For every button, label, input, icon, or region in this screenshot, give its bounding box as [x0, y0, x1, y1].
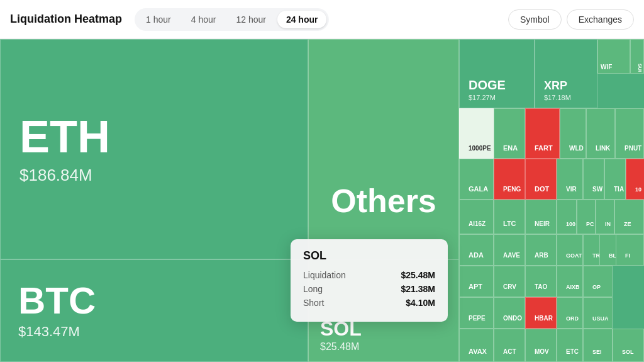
goat-cell[interactable]: GOAT — [557, 234, 583, 266]
usua-symbol: USUA — [592, 316, 603, 322]
xrp-symbol: XRP — [544, 80, 588, 91]
right-filter-group: Symbol Exchanges — [508, 9, 634, 30]
vir-symbol: VIR — [566, 186, 574, 193]
arb-cell[interactable]: ARB — [525, 234, 557, 266]
apt-symbol: APT — [469, 283, 484, 290]
crv-symbol: CRV — [503, 284, 516, 290]
act-cell[interactable]: ACT — [494, 329, 525, 362]
usua-cell[interactable]: USUA — [583, 297, 613, 329]
btc-cell[interactable]: BTC $143.47M — [0, 259, 308, 362]
neir-symbol: NEIR — [535, 221, 547, 227]
link-cell[interactable]: LINK — [586, 108, 615, 159]
btc-value: $143.47M — [18, 324, 290, 340]
in-cell[interactable]: IN — [596, 200, 614, 234]
tooltip-val-short: $4.10M — [406, 298, 435, 308]
wif-symbol: WIF — [601, 64, 627, 71]
mov-cell[interactable]: MOV — [525, 329, 557, 362]
fi-cell[interactable]: FI — [616, 234, 644, 266]
etc-symbol: ETC — [566, 349, 574, 355]
apt-cell[interactable]: APT — [459, 266, 494, 297]
aave-cell[interactable]: AAVE — [494, 234, 525, 266]
gala-cell[interactable]: GALA — [459, 159, 494, 200]
aixb-cell[interactable]: AIXB — [557, 266, 583, 297]
time-filter-group: 1 hour 4 hour 12 hour 24 hour — [135, 8, 329, 31]
ada-symbol: ADA — [469, 252, 484, 259]
exchanges-filter-button[interactable]: Exchanges — [567, 9, 634, 30]
sei-symbol: SEI — [592, 349, 603, 355]
ada-cell[interactable]: ADA — [459, 234, 494, 266]
10r-cell[interactable]: 10 — [626, 159, 644, 200]
tooltip-key-liquidation: Liquidation — [303, 270, 346, 280]
tooltip-key-long: Long — [303, 284, 323, 294]
time-btn-12hour[interactable]: 12 hour — [227, 11, 274, 28]
wif-cell[interactable]: WIF — [597, 39, 630, 74]
ondo-symbol: ONDO — [503, 315, 516, 322]
pepe-symbol: PEPE — [469, 315, 484, 322]
symbol-filter-button[interactable]: Symbol — [508, 9, 562, 30]
ze-symbol: ZE — [624, 222, 635, 227]
tooltip-row-liquidation: Liquidation $25.48M — [303, 270, 435, 280]
wld-cell[interactable]: WLD — [560, 108, 586, 159]
others-symbol: Others — [331, 184, 436, 217]
hbar-cell[interactable]: HBAR — [525, 297, 557, 329]
ze-cell[interactable]: ZE — [614, 200, 644, 234]
goat-symbol: GOAT — [566, 253, 574, 259]
crv-cell[interactable]: CRV — [494, 266, 525, 297]
100x-symbol: 100 — [566, 222, 567, 227]
time-btn-4hour[interactable]: 4 hour — [182, 11, 225, 28]
xrp-value: $17.18M — [544, 94, 588, 101]
pc-cell[interactable]: PC — [577, 200, 596, 234]
sol-small-cell[interactable]: SOL — [613, 329, 644, 362]
ai16z-symbol: AI16Z — [469, 221, 484, 227]
sui-cell[interactable]: SUI — [630, 39, 644, 74]
pepe-cell[interactable]: PEPE — [459, 297, 494, 329]
ondo-cell[interactable]: ONDO — [494, 297, 525, 329]
gala-symbol: GALA — [469, 186, 484, 193]
pnut-cell[interactable]: PNUT — [615, 108, 644, 159]
100x-cell[interactable]: 100 — [557, 200, 577, 234]
ai16z-cell[interactable]: AI16Z — [459, 200, 494, 234]
doge-value: $17.27M — [469, 94, 525, 101]
eth-value: $186.84M — [19, 166, 289, 185]
tao-symbol: TAO — [535, 284, 547, 290]
sw-symbol: SW — [592, 186, 595, 193]
neir-cell[interactable]: NEIR — [525, 200, 557, 234]
vir-cell[interactable]: VIR — [557, 159, 583, 200]
sei-cell[interactable]: SEI — [583, 329, 613, 362]
xrp-cell[interactable]: XRP $17.18M — [535, 39, 597, 108]
ena-cell[interactable]: ENA — [494, 108, 525, 159]
hbar-symbol: HBAR — [535, 315, 547, 322]
peng-symbol: PENG — [503, 186, 516, 193]
tao-cell[interactable]: TAO — [525, 266, 557, 297]
time-btn-24hour[interactable]: 24 hour — [277, 11, 327, 28]
pnut-symbol: PNUT — [625, 145, 635, 152]
tooltip-row-short: Short $4.10M — [303, 298, 435, 308]
tooltip-title: SOL — [303, 249, 435, 263]
fart-symbol: FART — [535, 145, 550, 152]
etc-cell[interactable]: ETC — [557, 329, 583, 362]
eth-symbol: ETH — [19, 114, 289, 159]
sw-cell[interactable]: SW — [583, 159, 604, 200]
aave-symbol: AAVE — [503, 252, 516, 259]
ltc-cell[interactable]: LTC — [494, 200, 525, 234]
eth-cell[interactable]: ETH $186.84M — [0, 39, 308, 259]
btc-symbol: BTC — [18, 282, 290, 320]
fart-cell[interactable]: FART — [525, 108, 560, 159]
right-grid: DOGE $17.27M XRP $17.18M WIF SUI 1000PE … — [459, 39, 644, 362]
tia-cell[interactable]: TIA — [604, 159, 626, 200]
wld-symbol: WLD — [569, 145, 577, 152]
peng-cell[interactable]: PENG — [494, 159, 525, 200]
tooltip-row-long: Long $21.38M — [303, 284, 435, 294]
avax-symbol: AVAX — [469, 348, 484, 355]
1000p-cell[interactable]: 1000PE — [459, 108, 494, 159]
avax-cell[interactable]: AVAX — [459, 329, 494, 362]
ord-cell[interactable]: ORD — [557, 297, 583, 329]
time-btn-1hour[interactable]: 1 hour — [137, 11, 180, 28]
doge-cell[interactable]: DOGE $17.27M — [459, 39, 535, 108]
doge-symbol: DOGE — [469, 79, 525, 91]
dot-cell[interactable]: DOT — [525, 159, 557, 200]
sol-tooltip: SOL Liquidation $25.48M Long $21.38M Sho… — [291, 239, 448, 322]
op2-cell[interactable]: OP — [583, 266, 613, 297]
ena-symbol: ENA — [503, 145, 516, 152]
sol-small-symbol: SOL — [622, 349, 635, 355]
